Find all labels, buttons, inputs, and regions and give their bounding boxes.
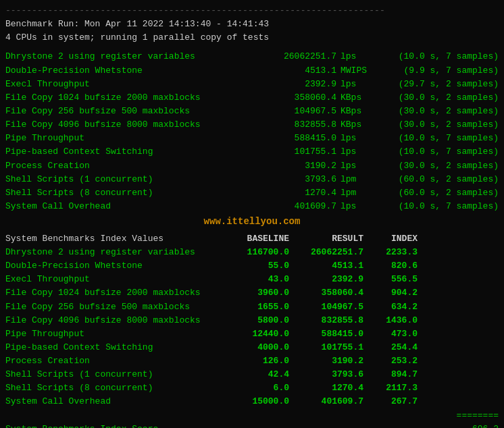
table-cell-label: Double-Precision Whetstone: [5, 259, 222, 273]
table-cell-index: 2117.3: [363, 381, 418, 395]
table-cell-label: Process Creation: [5, 354, 222, 368]
watermark: www.ittellyou.com: [5, 215, 499, 230]
bench-value: 3190.2: [222, 159, 336, 173]
table-cell-label: Pipe-based Context Switching: [5, 341, 222, 354]
bench-unit: MWIPS: [336, 64, 390, 78]
table-cell-index: 2233.3: [363, 246, 418, 259]
bench-value: 358060.4: [222, 91, 336, 105]
table-cell-label: Shell Scripts (8 concurrent): [5, 381, 222, 395]
table-cell-label: Shell Scripts (1 concurrent): [5, 368, 222, 381]
bench-value: 26062251.7: [222, 50, 336, 63]
benchmark-row: System Call Overhead 401609.7 lps (10.0 …: [5, 200, 499, 213]
table-cell-baseline: 43.0: [222, 273, 289, 286]
bench-value: 588415.0: [222, 132, 336, 145]
table-cell-label: System Call Overhead: [5, 395, 222, 408]
table-cell-index: 894.7: [363, 368, 418, 381]
benchmark-row: Process Creation 3190.2 lps (30.0 s, 2 s…: [5, 159, 499, 173]
bench-unit: KBps: [336, 105, 390, 118]
table-cell-baseline: 6.0: [222, 381, 289, 395]
table-row: File Copy 256 bufsize 500 maxblocks 1655…: [5, 300, 499, 314]
bench-samples: (60.0 s, 2 samples): [390, 173, 499, 186]
table-cell-result: 401609.7: [289, 395, 363, 408]
benchmark-row: Execl Throughput 2392.9 lps (29.7 s, 2 s…: [5, 78, 499, 91]
table-row: File Copy 1024 bufsize 2000 maxblocks 39…: [5, 286, 499, 300]
bench-samples: (29.7 s, 2 samples): [390, 78, 499, 91]
bench-value: 2392.9: [222, 78, 336, 91]
score-separator-row: ========: [5, 409, 499, 423]
table-cell-result: 3190.2: [289, 354, 363, 368]
bench-unit: lps: [336, 132, 390, 145]
table-cell-result: 1270.4: [289, 381, 363, 395]
table-col-label-header: System Benchmarks Index Values: [5, 232, 222, 246]
bench-label: Execl Throughput: [5, 78, 222, 91]
table-cell-index: 254.4: [363, 341, 418, 354]
bench-unit: lps: [336, 145, 390, 159]
benchmark-row: Dhrystone 2 using register variables 260…: [5, 50, 499, 63]
table-row: Double-Precision Whetstone 55.0 4513.1 8…: [5, 259, 499, 273]
table-cell-index: 904.2: [363, 286, 418, 300]
bench-value: 1270.4: [222, 186, 336, 200]
table-cell-label: Execl Throughput: [5, 273, 222, 286]
benchmark-row: Double-Precision Whetstone 4513.1 MWIPS …: [5, 64, 499, 78]
bench-samples: (10.0 s, 7 samples): [390, 50, 499, 63]
bench-samples: (10.0 s, 7 samples): [390, 145, 499, 159]
table-cell-index: 253.2: [363, 354, 418, 368]
bench-value: 3793.6: [222, 173, 336, 186]
table-cell-label: File Copy 1024 bufsize 2000 maxblocks: [5, 286, 222, 300]
bench-unit: lps: [336, 200, 390, 213]
bench-samples: (30.0 s, 2 samples): [390, 118, 499, 132]
benchmark-row: File Copy 4096 bufsize 8000 maxblocks 83…: [5, 118, 499, 132]
bench-value: 4513.1: [222, 64, 336, 78]
bench-unit: lpm: [336, 173, 390, 186]
table-cell-index: 634.2: [363, 300, 418, 314]
benchmark-row: Pipe-based Context Switching 101755.1 lp…: [5, 145, 499, 159]
table-cell-label: File Copy 4096 bufsize 8000 maxblocks: [5, 314, 222, 327]
bench-samples: (10.0 s, 7 samples): [390, 132, 499, 145]
bench-unit: lpm: [336, 186, 390, 200]
bench-label: File Copy 4096 bufsize 8000 maxblocks: [5, 118, 222, 132]
table-cell-result: 358060.4: [289, 286, 363, 300]
table-cell-label: Dhrystone 2 using register variables: [5, 246, 222, 259]
table-cell-baseline: 3960.0: [222, 286, 289, 300]
final-score-row: System Benchmarks Index Score 696.2: [5, 423, 499, 428]
table-cell-result: 104967.5: [289, 300, 363, 314]
table-header-row: System Benchmarks Index Values BASELINE …: [5, 232, 499, 246]
table-row: Dhrystone 2 using register variables 116…: [5, 246, 499, 259]
table-cell-label: Pipe Throughput: [5, 327, 222, 341]
bench-unit: lps: [336, 50, 390, 63]
table-cell-index: 473.0: [363, 327, 418, 341]
bench-value: 832855.8: [222, 118, 336, 132]
table-cell-baseline: 5800.0: [222, 314, 289, 327]
bench-label: Pipe-based Context Switching: [5, 145, 222, 159]
bench-value: 401609.7: [222, 200, 336, 213]
table-cell-baseline: 42.4: [222, 368, 289, 381]
table-cell-baseline: 15000.0: [222, 395, 289, 408]
benchmark-row: Pipe Throughput 588415.0 lps (10.0 s, 7 …: [5, 132, 499, 145]
table-cell-result: 101755.1: [289, 341, 363, 354]
table-row: File Copy 4096 bufsize 8000 maxblocks 58…: [5, 314, 499, 327]
table-col-index-header: INDEX: [363, 232, 418, 246]
benchmark-row: Shell Scripts (1 concurrent) 3793.6 lpm …: [5, 173, 499, 186]
bench-label: Pipe Throughput: [5, 132, 222, 145]
bench-samples: (10.0 s, 7 samples): [390, 200, 499, 213]
table-cell-baseline: 4000.0: [222, 341, 289, 354]
table-cell-result: 588415.0: [289, 327, 363, 341]
table-cell-baseline: 55.0: [222, 259, 289, 273]
benchmark-row: File Copy 256 bufsize 500 maxblocks 1049…: [5, 105, 499, 118]
top-divider: ----------------------------------------…: [5, 4, 499, 18]
table-col-result-header: RESULT: [289, 232, 363, 246]
table-row: Pipe-based Context Switching 4000.0 1017…: [5, 341, 499, 354]
final-score-label: System Benchmarks Index Score: [5, 423, 445, 428]
bench-unit: lps: [336, 78, 390, 91]
bench-label: System Call Overhead: [5, 200, 222, 213]
table-cell-result: 2392.9: [289, 273, 363, 286]
table-row: Shell Scripts (1 concurrent) 42.4 3793.6…: [5, 368, 499, 381]
final-score-value: 696.2: [445, 423, 499, 428]
bench-label: Shell Scripts (8 concurrent): [5, 186, 222, 200]
table-row: Execl Throughput 43.0 2392.9 556.5: [5, 273, 499, 286]
bench-unit: lps: [336, 159, 390, 173]
table-row: Pipe Throughput 12440.0 588415.0 473.0: [5, 327, 499, 341]
table-cell-baseline: 126.0: [222, 354, 289, 368]
bench-unit: KBps: [336, 91, 390, 105]
table-cell-index: 556.5: [363, 273, 418, 286]
